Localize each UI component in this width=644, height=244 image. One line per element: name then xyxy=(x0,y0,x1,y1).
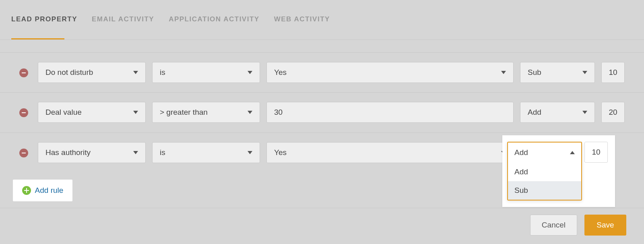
value-select[interactable]: Yes xyxy=(266,62,514,83)
points-input[interactable]: 20 xyxy=(601,102,625,123)
remove-rule-button[interactable] xyxy=(19,149,28,157)
minus-icon xyxy=(22,153,26,153)
chevron-down-icon xyxy=(133,111,138,114)
minus-icon xyxy=(22,72,26,73)
tab-label: WEB ACTIVITY xyxy=(274,15,330,23)
cancel-button-label: Cancel xyxy=(542,221,566,230)
property-select-value: Deal value xyxy=(45,108,82,117)
tab-application-activity[interactable]: APPLICATION ACTIVITY xyxy=(169,15,260,32)
chevron-up-icon xyxy=(570,151,575,154)
remove-rule-button[interactable] xyxy=(19,68,28,77)
chevron-down-icon xyxy=(133,151,138,154)
operator-select[interactable]: > greater than xyxy=(152,102,260,123)
mode-option-sub[interactable]: Sub xyxy=(508,181,581,200)
points-input[interactable]: 10 xyxy=(584,142,608,163)
chevron-down-icon xyxy=(248,71,252,74)
points-input[interactable]: 10 xyxy=(601,62,625,83)
footer-border xyxy=(0,208,644,208)
value-input-value: 30 xyxy=(274,108,283,117)
mode-select-value: Sub xyxy=(528,68,541,77)
plus-circle-icon xyxy=(22,186,31,195)
option-label: Sub xyxy=(514,186,528,195)
tab-email-activity[interactable]: EMAIL ACTIVITY xyxy=(92,15,154,32)
property-select[interactable]: Has authority xyxy=(38,142,146,163)
rule-row: Deal value > greater than 30 Add 20 xyxy=(0,93,644,133)
save-button-label: Save xyxy=(597,221,614,230)
chevron-down-icon xyxy=(248,111,252,114)
operator-select-value: > greater than xyxy=(160,108,208,117)
rule-row: Do not disturb is Yes Sub 10 xyxy=(0,52,644,93)
points-value: 20 xyxy=(609,108,617,117)
add-rule-label: Add rule xyxy=(35,186,64,195)
tab-lead-property[interactable]: LEAD PROPERTY xyxy=(11,15,77,32)
points-value: 10 xyxy=(609,68,617,77)
mode-select-value: Add xyxy=(514,148,528,157)
mode-select-open[interactable]: Add Add Sub xyxy=(507,142,582,201)
property-select[interactable]: Do not disturb xyxy=(38,62,146,83)
chevron-down-icon xyxy=(582,71,587,74)
tab-label: LEAD PROPERTY xyxy=(11,15,77,23)
add-rule-button[interactable]: Add rule xyxy=(13,180,72,201)
value-select-value: Yes xyxy=(274,68,287,77)
mode-option-add[interactable]: Add xyxy=(508,163,581,181)
remove-rule-button[interactable] xyxy=(19,108,28,117)
value-select-value: Yes xyxy=(274,148,287,157)
mode-select[interactable]: Sub xyxy=(520,62,595,83)
points-value: 10 xyxy=(592,148,600,157)
operator-select[interactable]: is xyxy=(152,62,260,83)
property-select-value: Do not disturb xyxy=(45,68,93,77)
chevron-down-icon xyxy=(501,71,506,74)
cancel-button[interactable]: Cancel xyxy=(530,215,577,236)
value-select[interactable]: Yes xyxy=(266,142,514,163)
value-input[interactable]: 30 xyxy=(266,102,514,123)
tab-label: EMAIL ACTIVITY xyxy=(92,15,154,23)
mode-select-value: Add xyxy=(528,108,541,117)
save-button[interactable]: Save xyxy=(584,215,626,236)
chevron-down-icon xyxy=(248,151,252,154)
mode-select-head[interactable]: Add xyxy=(508,143,581,163)
property-select[interactable]: Deal value xyxy=(38,102,146,123)
operator-select-value: is xyxy=(160,68,165,77)
minus-icon xyxy=(22,112,26,113)
property-select-value: Has authority xyxy=(45,148,91,157)
tabs-border xyxy=(0,39,644,40)
mode-select[interactable]: Add xyxy=(520,102,595,123)
tab-label: APPLICATION ACTIVITY xyxy=(169,15,260,23)
chevron-down-icon xyxy=(133,71,138,74)
option-label: Add xyxy=(514,167,528,176)
operator-select[interactable]: is xyxy=(152,142,260,163)
chevron-down-icon xyxy=(582,111,587,114)
operator-select-value: is xyxy=(160,148,165,157)
tab-web-activity[interactable]: WEB ACTIVITY xyxy=(274,15,330,32)
